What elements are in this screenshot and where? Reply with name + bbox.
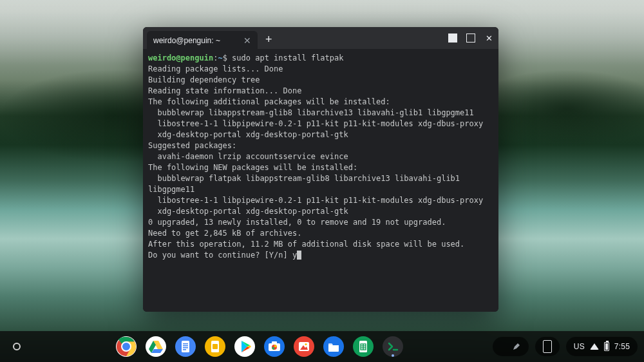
svg-point-4 [146,336,166,357]
term-line: xdg-desktop-portal xdg-desktop-portal-gt… [148,206,493,217]
shelf: US 7:55 [0,331,644,362]
term-line: bubblewrap flatpak libappstream-glib8 li… [148,173,493,195]
gallery-app[interactable] [292,335,316,358]
slides-icon [205,336,225,357]
gallery-icon [294,336,314,357]
camera-app[interactable] [263,335,286,358]
window-titlebar[interactable]: weirdo@penguin: ~ ✕ + ✕ [143,27,498,49]
term-line: libostree-1-1 libpipewire-0.2-1 p11-kit … [148,119,493,129]
prompt-at: @ [176,53,180,62]
slides-app[interactable] [204,335,227,358]
prompt-host: penguin [181,53,214,62]
clock: 7:55 [614,342,630,351]
term-line: Suggested packages: [148,140,493,151]
term-line: Reading state information... Done [148,86,493,97]
term-line: The following additional packages will b… [148,97,493,108]
launcher-button[interactable] [6,336,27,357]
phone-icon [543,340,552,353]
term-line: 0 upgraded, 13 newly installed, 0 to rem… [148,217,493,228]
docs-app[interactable] [174,335,197,358]
svg-rect-13 [183,349,186,350]
term-line: Do you want to continue? [Y/n] y [148,251,297,260]
term-line: The following NEW packages will be insta… [148,162,493,173]
battery-icon [604,342,609,351]
svg-rect-12 [183,347,188,348]
status-area[interactable]: US 7:55 [566,337,638,356]
system-tray: US 7:55 [493,337,638,356]
svg-rect-24 [272,341,277,344]
term-line: bubblewrap libappstream-glib8 libarchive… [148,108,493,119]
terminal-window: weirdo@penguin: ~ ✕ + ✕ weirdo@penguin:~… [143,27,498,312]
stylus-icon [512,342,521,351]
term-line: Reading package lists... Done [148,64,493,75]
notification-pill[interactable] [493,337,529,356]
terminal-app[interactable] [381,335,404,358]
chrome-icon [116,336,137,357]
term-line: avahi-daemon lrzip accountsservice evinc… [148,151,493,162]
ime-indicator: US [574,342,585,351]
term-line: xdg-desktop-portal xdg-desktop-portal-gt… [148,129,493,140]
new-tab-button[interactable]: + [265,33,272,45]
prompt-command: sudo apt install flatpak [232,53,343,62]
terminal-tab[interactable]: weirdo@penguin: ~ ✕ [147,31,258,50]
term-line: After this operation, 11.2 MB of additio… [148,239,493,250]
sheets-app[interactable] [352,335,375,358]
svg-rect-9 [182,341,189,352]
cursor [297,251,301,260]
docs-icon [175,336,196,357]
prompt-user: weirdo [148,53,176,62]
files-icon [323,336,344,357]
launcher-icon [13,343,21,350]
svg-point-29 [305,343,307,345]
term-line: Building dependency tree [148,75,493,86]
svg-rect-11 [183,345,188,347]
chrome-app[interactable] [115,335,138,358]
camera-icon [264,336,285,357]
play-icon [234,336,255,357]
close-button[interactable]: ✕ [484,33,493,43]
prompt-dollar: $ [223,53,232,62]
svg-rect-10 [183,343,188,345]
term-line: libostree-1-1 libpipewire-0.2-1 p11-kit … [148,195,493,206]
drive-app[interactable] [144,335,167,358]
wifi-icon [590,343,599,350]
drive-icon [146,336,166,357]
prompt-path: ~ [218,53,222,62]
maximize-button[interactable] [466,33,475,43]
files-app[interactable] [322,335,345,358]
term-line: Need to get 2,845 kB of archives. [148,228,493,239]
minimize-button[interactable] [448,33,457,43]
tab-close-icon[interactable]: ✕ [243,36,251,45]
sheets-icon [353,336,374,357]
terminal-output[interactable]: weirdo@penguin:~$ sudo apt install flatp… [143,49,498,312]
tab-title: weirdo@penguin: ~ [153,36,220,45]
svg-rect-16 [213,344,218,349]
phone-hub-button[interactable] [535,337,560,356]
shelf-apps [27,335,493,358]
play-store-app[interactable] [233,335,256,358]
